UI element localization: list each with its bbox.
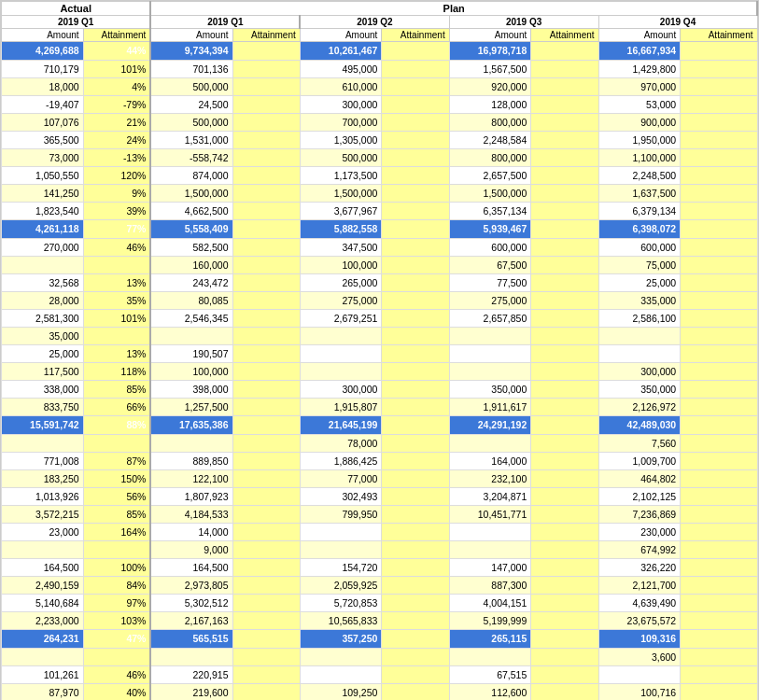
cell: 46% bbox=[83, 666, 150, 684]
cell: 7,560 bbox=[598, 435, 681, 453]
cell: 9% bbox=[83, 185, 150, 203]
cell bbox=[232, 595, 300, 612]
cell: 118% bbox=[83, 363, 150, 381]
cell: 2,248,500 bbox=[598, 167, 681, 185]
cell bbox=[681, 470, 757, 488]
cell bbox=[83, 257, 150, 274]
cell: 4,662,500 bbox=[150, 203, 232, 220]
cell: 582,500 bbox=[150, 239, 232, 257]
cell: 88% bbox=[83, 416, 150, 435]
cell bbox=[681, 114, 757, 132]
cell bbox=[681, 399, 757, 416]
cell bbox=[382, 257, 449, 274]
cell bbox=[681, 381, 757, 399]
cell: 464,802 bbox=[598, 470, 681, 488]
q3-header: 2019 Q3 bbox=[449, 16, 598, 29]
cell bbox=[681, 435, 757, 453]
cell: 600,000 bbox=[449, 239, 531, 257]
cell: 3,600 bbox=[598, 649, 681, 666]
cell bbox=[382, 220, 449, 239]
actual-q-header: 2019 Q1 bbox=[2, 16, 151, 29]
cell: 66% bbox=[83, 399, 150, 416]
cell bbox=[382, 399, 449, 416]
cell bbox=[382, 684, 449, 701]
cell bbox=[531, 630, 598, 649]
cell bbox=[531, 220, 598, 239]
cell: 6,379,134 bbox=[598, 203, 681, 220]
cell: 3,677,967 bbox=[300, 203, 382, 220]
cell bbox=[681, 524, 757, 541]
cell: 326,220 bbox=[598, 559, 681, 577]
cell bbox=[382, 78, 449, 96]
cell: 2,121,700 bbox=[598, 577, 681, 595]
cell bbox=[681, 630, 757, 649]
table-row: 365,50024%1,531,0001,305,0002,248,5841,9… bbox=[2, 132, 758, 149]
cell: 1,950,000 bbox=[598, 132, 681, 149]
cell bbox=[2, 649, 84, 666]
cell bbox=[382, 61, 449, 78]
cell: 264,231 bbox=[2, 630, 84, 649]
cell: 771,008 bbox=[2, 453, 84, 470]
cell bbox=[382, 559, 449, 577]
cell: 232,100 bbox=[449, 470, 531, 488]
cell: 150% bbox=[83, 470, 150, 488]
cell: 2,657,850 bbox=[449, 310, 531, 328]
cell bbox=[598, 345, 681, 363]
cell bbox=[531, 274, 598, 292]
table-row: 2,233,000103%2,167,16310,565,8335,199,99… bbox=[2, 612, 758, 630]
cell bbox=[382, 416, 449, 435]
cell bbox=[598, 328, 681, 345]
cell: 2,059,925 bbox=[300, 577, 382, 595]
header-col-label-row: Amount Attainment Amount Attainment Amou… bbox=[2, 29, 758, 42]
cell: 1,886,425 bbox=[300, 453, 382, 470]
cell bbox=[681, 292, 757, 310]
cell: 265,115 bbox=[449, 630, 531, 649]
table-row: 710,179101%701,136495,0001,567,5001,429,… bbox=[2, 61, 758, 78]
cell: 101% bbox=[83, 310, 150, 328]
cell bbox=[2, 257, 84, 274]
cell: 164,500 bbox=[2, 559, 84, 577]
cell bbox=[2, 435, 84, 453]
cell: 24,291,192 bbox=[449, 416, 531, 435]
cell: 164,000 bbox=[449, 453, 531, 470]
cell bbox=[449, 435, 531, 453]
cell: 78,000 bbox=[300, 435, 382, 453]
cell: 1,500,000 bbox=[150, 185, 232, 203]
cell bbox=[382, 42, 449, 61]
cell bbox=[681, 649, 757, 666]
cell: 84% bbox=[83, 577, 150, 595]
cell bbox=[531, 595, 598, 612]
q2-att-header: Attainment bbox=[382, 29, 449, 42]
cell bbox=[449, 345, 531, 363]
cell: 9,000 bbox=[150, 541, 232, 559]
cell: 73,000 bbox=[2, 149, 84, 167]
cell: 67,500 bbox=[449, 257, 531, 274]
table-body: 4,269,68844%9,734,39410,261,46716,978,71… bbox=[2, 42, 758, 701]
cell: 1,050,550 bbox=[2, 167, 84, 185]
cell bbox=[232, 78, 300, 96]
cell bbox=[531, 328, 598, 345]
cell bbox=[531, 96, 598, 114]
header-quarter-row: 2019 Q1 2019 Q1 2019 Q2 2019 Q3 2019 Q4 bbox=[2, 16, 758, 29]
cell: 700,000 bbox=[300, 114, 382, 132]
cell: 970,000 bbox=[598, 78, 681, 96]
cell: 2,973,805 bbox=[150, 577, 232, 595]
cell bbox=[681, 96, 757, 114]
cell bbox=[232, 203, 300, 220]
cell bbox=[83, 541, 150, 559]
cell: -19,407 bbox=[2, 96, 84, 114]
table-row: 270,00046%582,500347,500600,000600,000 bbox=[2, 239, 758, 257]
cell: 190,507 bbox=[150, 345, 232, 363]
table-row: 5,140,68497%5,302,5125,720,8534,004,1514… bbox=[2, 595, 758, 612]
cell bbox=[382, 132, 449, 149]
cell bbox=[531, 345, 598, 363]
table-row: 141,2509%1,500,0001,500,0001,500,0001,63… bbox=[2, 185, 758, 203]
cell: 3,572,215 bbox=[2, 506, 84, 524]
cell bbox=[232, 435, 300, 453]
table-row: 3,572,21585%4,184,533799,95010,451,7717,… bbox=[2, 506, 758, 524]
cell bbox=[232, 416, 300, 435]
table-row: 73,000-13%-558,742500,000800,0001,100,00… bbox=[2, 149, 758, 167]
cell: 300,000 bbox=[300, 381, 382, 399]
cell: 1,807,923 bbox=[150, 488, 232, 506]
cell bbox=[232, 310, 300, 328]
